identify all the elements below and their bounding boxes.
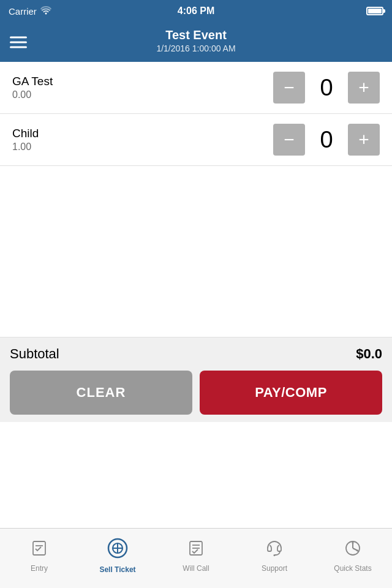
clear-button[interactable]: CLEAR	[10, 371, 192, 415]
ticket-name-ga: GA Test	[12, 75, 273, 88]
support-icon	[265, 539, 284, 560]
quick-stats-icon	[344, 539, 362, 560]
svg-point-9	[274, 554, 276, 556]
qty-display-child: 0	[305, 127, 348, 153]
ticket-controls-child: − 0 +	[273, 124, 380, 156]
tab-quick-stats-label: Quick Stats	[334, 564, 371, 573]
increment-child-button[interactable]: +	[348, 124, 380, 156]
qty-display-ga: 0	[305, 75, 348, 101]
tab-entry-label: Entry	[31, 564, 48, 573]
tab-support-label: Support	[262, 564, 287, 573]
tab-support[interactable]: Support	[235, 529, 314, 588]
decrement-ga-button[interactable]: −	[273, 72, 305, 104]
carrier-label: Carrier	[9, 6, 37, 17]
app-header: Test Event 1/1/2016 1:00:00 AM	[0, 22, 392, 62]
entry-icon	[30, 539, 48, 560]
empty-area	[0, 166, 392, 337]
ticket-row-ga: GA Test 0.00 − 0 +	[0, 62, 392, 114]
wifi-icon	[40, 6, 51, 17]
status-bar: Carrier 4:06 PM	[0, 0, 392, 22]
ticket-info-ga: GA Test 0.00	[12, 75, 273, 100]
tab-will-call[interactable]: Will Call	[157, 529, 235, 588]
bottom-section: Subtotal $0.0 CLEAR PAY/COMP	[0, 337, 392, 422]
battery-icon	[366, 7, 383, 15]
ticket-price-ga: 0.00	[12, 89, 273, 100]
carrier-info: Carrier	[9, 6, 51, 17]
event-title: Test Event	[37, 28, 355, 42]
menu-button[interactable]	[10, 36, 27, 48]
tab-sell-ticket-label: Sell Ticket	[99, 565, 135, 574]
tab-will-call-label: Will Call	[183, 564, 209, 573]
sell-ticket-icon	[107, 538, 128, 562]
action-buttons: CLEAR PAY/COMP	[10, 371, 382, 415]
ticket-controls-ga: − 0 +	[273, 72, 380, 104]
tab-quick-stats[interactable]: Quick Stats	[314, 529, 392, 588]
svg-line-12	[356, 550, 358, 551]
tab-entry[interactable]: Entry	[0, 529, 78, 588]
ticket-name-child: Child	[12, 127, 273, 140]
paycomp-button[interactable]: PAY/COMP	[200, 371, 382, 415]
event-date: 1/1/2016 1:00:00 AM	[37, 43, 355, 53]
current-time: 4:06 PM	[178, 6, 214, 17]
tab-sell-ticket[interactable]: Sell Ticket	[78, 529, 157, 588]
subtotal-label: Subtotal	[10, 346, 59, 362]
ticket-list: GA Test 0.00 − 0 + Child 1.00 − 0 +	[0, 62, 392, 337]
increment-ga-button[interactable]: +	[348, 72, 380, 104]
tab-bar: Entry Sell Ticket Will Call	[0, 528, 392, 588]
will-call-icon	[187, 539, 205, 560]
subtotal-value: $0.0	[356, 346, 382, 362]
decrement-child-button[interactable]: −	[273, 124, 305, 156]
ticket-row-child: Child 1.00 − 0 +	[0, 114, 392, 166]
ticket-info-child: Child 1.00	[12, 127, 273, 153]
subtotal-row: Subtotal $0.0	[10, 346, 382, 362]
ticket-price-child: 1.00	[12, 141, 273, 153]
